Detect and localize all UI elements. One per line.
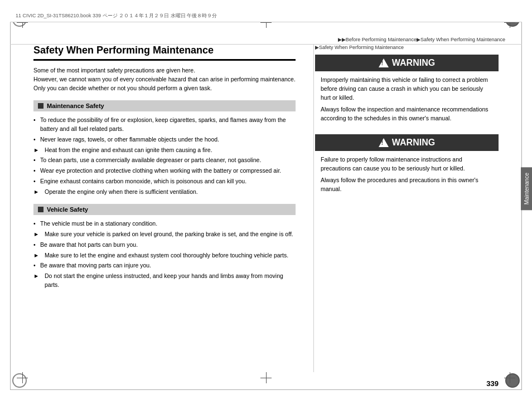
section-icon bbox=[38, 207, 43, 212]
file-info-bar: 11 CIVIC 2D_SI-31TS86210.book 339 ページ ２０… bbox=[10, 10, 522, 22]
vehicle-safety-list: The vehicle must be in a stationary cond… bbox=[33, 219, 296, 289]
list-item: Be aware that moving parts can injure yo… bbox=[33, 261, 296, 270]
breadcrumb-part2: Safety When Performing Maintenance bbox=[420, 37, 505, 42]
warning-label-1: WARNING bbox=[392, 58, 435, 68]
crosshair-bl bbox=[17, 372, 28, 383]
intro-text: Some of the most important safety precau… bbox=[33, 66, 296, 92]
list-item: Make sure your vehicle is parked on leve… bbox=[33, 230, 296, 239]
page-number: 339 bbox=[486, 379, 499, 388]
warning-text-2b: Always follow the procedures and precaut… bbox=[321, 176, 493, 194]
crosshair-bm bbox=[260, 372, 272, 383]
breadcrumb-arrow2: ▶ bbox=[417, 37, 420, 42]
list-item: Engine exhaust contains carbon monoxide,… bbox=[33, 177, 296, 186]
list-item: To reduce the possibility of fire or exp… bbox=[33, 116, 296, 134]
right-breadcrumb-text: ▶Safety When Performing Maintenance bbox=[315, 45, 404, 50]
right-breadcrumb: ▶Safety When Performing Maintenance bbox=[315, 45, 499, 50]
warning-triangle-icon-2 bbox=[379, 138, 389, 147]
warning-box-1: WARNING Improperly maintaining this vehi… bbox=[315, 55, 499, 128]
warning-text-1b: Always follow the inspection and mainten… bbox=[321, 105, 493, 123]
warning-label-2: WARNING bbox=[392, 138, 435, 148]
main-content: Safety When Performing Maintenance Some … bbox=[33, 45, 499, 372]
crosshair-br bbox=[504, 372, 515, 383]
warning-title-2: WARNING bbox=[315, 134, 499, 151]
intro-text-content: Some of the most important safety precau… bbox=[33, 67, 296, 91]
breadcrumb-bar: ▶▶ Before Performing Maintenance ▶ Safet… bbox=[10, 35, 522, 45]
list-item: Operate the engine only when there is su… bbox=[33, 188, 296, 197]
warning-text-1a: Improperly maintaining this vehicle or f… bbox=[321, 76, 493, 102]
maintenance-safety-header: Maintenance Safety bbox=[33, 100, 296, 111]
left-column: Safety When Performing Maintenance Some … bbox=[33, 45, 301, 372]
list-item: To clean parts, use a commercially avail… bbox=[33, 156, 296, 165]
warning-body-1: Improperly maintaining this vehicle or f… bbox=[315, 71, 499, 128]
breadcrumb-arrow: ▶▶ bbox=[338, 37, 346, 42]
warning-triangle-icon-1 bbox=[379, 58, 389, 67]
file-info-text: 11 CIVIC 2D_SI-31TS86210.book 339 ページ ２０… bbox=[16, 12, 217, 19]
list-item: Make sure to let the engine and exhaust … bbox=[33, 251, 296, 260]
maintenance-safety-list: To reduce the possibility of fire or exp… bbox=[33, 116, 296, 196]
list-item: Do not start the engine unless instructe… bbox=[33, 272, 296, 290]
warning-text-2a: Failure to properly follow maintenance i… bbox=[321, 155, 493, 173]
breadcrumb-part1: Before Performing Maintenance bbox=[346, 37, 417, 42]
page-title: Safety When Performing Maintenance bbox=[33, 45, 296, 61]
vehicle-safety-label: Vehicle Safety bbox=[47, 206, 88, 213]
section-icon bbox=[38, 103, 43, 109]
warning-title-1: WARNING bbox=[315, 55, 499, 71]
list-item: The vehicle must be in a stationary cond… bbox=[33, 219, 296, 228]
side-tab: Maintenance bbox=[521, 167, 532, 210]
list-item: Be aware that hot parts can burn you. bbox=[33, 241, 296, 250]
warning-box-2: WARNING Failure to properly follow maint… bbox=[315, 134, 499, 198]
list-item: Never leave rags, towels, or other flamm… bbox=[33, 135, 296, 144]
list-item: Wear eye protection and protective cloth… bbox=[33, 167, 296, 175]
warning-body-2: Failure to properly follow maintenance i… bbox=[315, 151, 499, 198]
maintenance-safety-label: Maintenance Safety bbox=[47, 103, 104, 109]
vehicle-safety-header: Vehicle Safety bbox=[33, 204, 296, 215]
list-item: Heat from the engine and exhaust can ign… bbox=[33, 146, 296, 155]
right-column: ▶Safety When Performing Maintenance WARN… bbox=[312, 45, 499, 372]
